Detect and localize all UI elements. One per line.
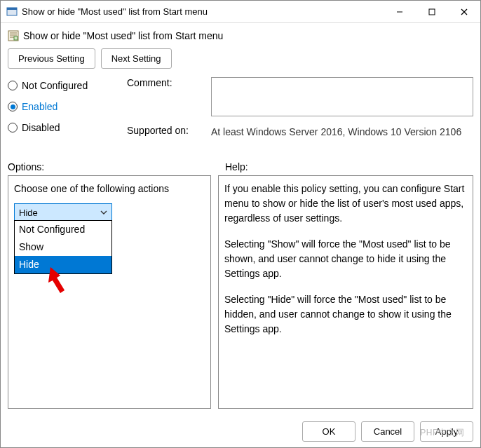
apply-button[interactable]: Apply [420, 421, 473, 442]
help-paragraph: Selecting "Show" will force the "Most us… [224, 237, 467, 281]
options-instruction: Choose one of the following actions [14, 182, 205, 196]
dropdown-option-show[interactable]: Show [15, 238, 111, 256]
help-paragraph: If you enable this policy setting, you c… [224, 182, 467, 226]
help-label: Help: [218, 161, 473, 172]
action-dropdown-wrap: Hide Not Configured Show Hide [14, 203, 112, 223]
policy-header: Show or hide "Most used" list from Start… [8, 30, 473, 41]
policy-title: Show or hide "Most used" list from Start… [23, 30, 223, 41]
svg-rect-3 [429, 9, 435, 15]
window-title: Show or hide "Most used" list from Start… [22, 6, 384, 17]
nav-buttons: Previous Setting Next Setting [8, 48, 473, 69]
options-label: Options: [8, 161, 218, 172]
panel-labels: Options: Help: [8, 161, 473, 172]
dropdown-option-hide[interactable]: Hide [15, 256, 111, 273]
dialog-footer: OK Cancel Apply PHP中文网 [1, 416, 480, 447]
svg-rect-1 [7, 8, 17, 10]
ok-button[interactable]: OK [302, 421, 355, 442]
radio-icon [8, 123, 18, 133]
radio-label: Not Configured [22, 80, 88, 91]
supported-value: At least Windows Server 2016, Windows 10… [211, 125, 473, 153]
close-button[interactable] [448, 1, 480, 23]
comment-row: Comment: [127, 77, 473, 116]
options-panel: Choose one of the following actions Hide… [8, 175, 211, 409]
radio-group: Not Configured Enabled Disabled [8, 77, 113, 153]
panels: Choose one of the following actions Hide… [8, 175, 473, 409]
dropdown-value: Hide [19, 206, 38, 220]
radio-icon [8, 102, 18, 111]
radio-disabled[interactable]: Disabled [8, 122, 113, 133]
radio-icon [8, 81, 18, 90]
supported-label: Supported on: [127, 125, 204, 136]
help-paragraph: Selecting "Hide" will force the "Most us… [224, 292, 467, 337]
cancel-button[interactable]: Cancel [361, 421, 414, 442]
minimize-button[interactable] [384, 1, 416, 23]
radio-enabled[interactable]: Enabled [8, 101, 113, 112]
config-area: Not Configured Enabled Disabled Comment:… [8, 77, 473, 153]
policy-icon [8, 30, 19, 41]
previous-setting-button[interactable]: Previous Setting [8, 48, 95, 69]
titlebar: Show or hide "Most used" list from Start… [1, 1, 480, 23]
next-setting-button[interactable]: Next Setting [101, 48, 172, 69]
comment-label: Comment: [127, 77, 204, 88]
app-icon [6, 6, 18, 18]
radio-not-configured[interactable]: Not Configured [8, 80, 113, 91]
radio-label: Disabled [22, 122, 60, 133]
supported-row: Supported on: At least Windows Server 20… [127, 125, 473, 153]
dropdown-option-not-configured[interactable]: Not Configured [15, 221, 111, 238]
help-panel: If you enable this policy setting, you c… [218, 175, 473, 409]
svg-rect-10 [14, 36, 18, 40]
comment-input[interactable] [211, 77, 473, 116]
maximize-button[interactable] [416, 1, 448, 23]
content-area: Show or hide "Most used" list from Start… [1, 23, 480, 416]
chevron-down-icon [100, 206, 107, 220]
fields-area: Comment: Supported on: At least Windows … [127, 77, 473, 153]
radio-label: Enabled [22, 101, 57, 112]
window-controls [384, 1, 480, 23]
dropdown-list: Not Configured Show Hide [14, 220, 112, 274]
